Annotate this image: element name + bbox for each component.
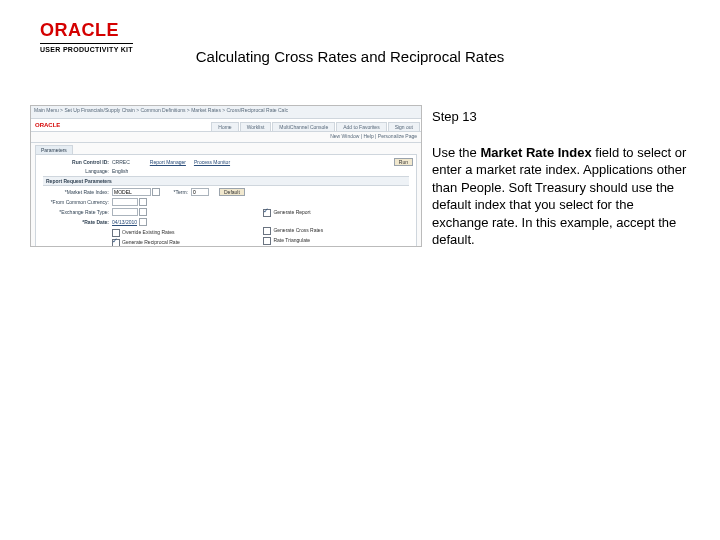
generate-report-label: Generate Report <box>273 209 310 215</box>
body-bold: Market Rate Index <box>480 145 591 160</box>
exchange-rate-type-label: *Exchange Rate Type: <box>39 209 112 215</box>
lookup-icon[interactable] <box>152 188 160 196</box>
step-body: Use the Market Rate Index field to selec… <box>432 144 687 249</box>
reciprocal-label: Generate Reciprocal Rate <box>122 239 180 245</box>
from-currency-label: *From Common Currency: <box>39 199 112 205</box>
body-pre: Use the <box>432 145 480 160</box>
brand-name: ORACLE <box>40 20 133 41</box>
default-button[interactable]: Default <box>219 188 245 196</box>
override-checkbox[interactable] <box>112 229 120 237</box>
embedded-screenshot: Main Menu > Set Up Financials/Supply Cha… <box>30 105 422 247</box>
nav-worklist[interactable]: Worklist <box>240 122 272 131</box>
rate-date-label: *Rate Date: <box>39 219 112 225</box>
section-tabs: Parameters <box>31 143 421 154</box>
calendar-icon[interactable] <box>139 218 147 226</box>
params-legend: Report Request Parameters <box>43 176 409 186</box>
language-value: English <box>112 168 128 174</box>
rate-date-value[interactable]: 04/13/2010 <box>112 219 137 225</box>
tab-parameters[interactable]: Parameters <box>35 145 73 154</box>
run-control-label: Run Control ID: <box>39 159 112 165</box>
page-tools[interactable]: New Window | Help | Personalize Page <box>31 132 421 143</box>
app-logo: ORACLE <box>35 122 60 128</box>
reciprocal-checkbox[interactable] <box>112 239 120 247</box>
run-button[interactable]: Run <box>394 158 413 166</box>
header: ORACLE USER PRODUCTIVITY KIT Calculating… <box>0 20 720 70</box>
slide-page: ORACLE USER PRODUCTIVITY KIT Calculating… <box>0 0 720 540</box>
language-label: Language: <box>39 168 112 174</box>
cross-rates-label: Generate Cross Rates <box>273 227 323 233</box>
process-monitor-link[interactable]: Process Monitor <box>194 159 230 165</box>
breadcrumb: Main Menu > Set Up Financials/Supply Cha… <box>31 106 421 119</box>
from-currency-field[interactable] <box>112 198 138 206</box>
page-title: Calculating Cross Rates and Reciprocal R… <box>0 48 700 65</box>
run-control-value: CRREC <box>112 159 130 165</box>
term-label: *Term: <box>168 189 191 195</box>
report-manager-link[interactable]: Report Manager <box>150 159 186 165</box>
generate-report-checkbox[interactable] <box>263 209 271 217</box>
exchange-rate-type-field[interactable] <box>112 208 138 216</box>
app-top-nav: ORACLE Home Worklist MultiChannel Consol… <box>31 119 421 132</box>
lookup-icon[interactable] <box>139 198 147 206</box>
triangulate-checkbox[interactable] <box>263 237 271 245</box>
term-field[interactable] <box>191 188 209 196</box>
cross-rates-checkbox[interactable] <box>263 227 271 235</box>
nav-home[interactable]: Home <box>211 122 238 131</box>
parameters-panel: Run Control ID: CRREC Report Manager Pro… <box>35 154 417 247</box>
lookup-icon[interactable] <box>139 208 147 216</box>
nav-multichannel[interactable]: MultiChannel Console <box>272 122 335 131</box>
nav-favorites[interactable]: Add to Favorites <box>336 122 386 131</box>
step-label: Step 13 <box>432 108 687 126</box>
market-rate-index-field[interactable] <box>112 188 151 196</box>
market-rate-index-label: *Market Rate Index: <box>39 189 112 195</box>
override-label: Override Existing Rates <box>122 229 175 235</box>
instructions: Step 13 Use the Market Rate Index field … <box>432 108 687 249</box>
nav-signout[interactable]: Sign out <box>388 122 420 131</box>
triangulate-label: Rate Triangulate <box>273 237 310 243</box>
